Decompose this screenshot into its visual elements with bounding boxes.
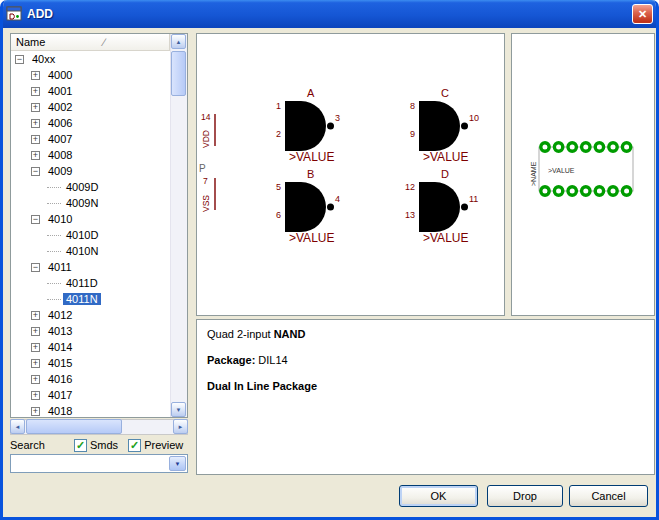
vertical-scroll-thumb[interactable]: [171, 51, 186, 96]
tree-item-label[interactable]: 4001: [45, 85, 75, 97]
expand-toggle-icon[interactable]: +: [31, 135, 40, 144]
expand-toggle-icon[interactable]: +: [31, 343, 40, 352]
package-pad: [554, 143, 562, 151]
drop-button[interactable]: Drop: [487, 485, 563, 507]
horizontal-scroll-thumb[interactable]: [26, 419, 122, 434]
tree-item-label[interactable]: 4000: [45, 69, 75, 81]
tree-item-4017[interactable]: +4017: [11, 387, 170, 403]
tree-item-label[interactable]: 4011: [45, 261, 75, 273]
tree-item-4011[interactable]: −4011: [11, 259, 170, 275]
package-name-label: >NAME: [530, 161, 537, 186]
tree-item-label[interactable]: 4015: [45, 357, 75, 369]
tree-item-label[interactable]: 4010N: [63, 245, 101, 257]
tree-item-4018[interactable]: +4018: [11, 403, 170, 417]
tree-item-label[interactable]: 4011D: [63, 277, 101, 289]
collapse-toggle-icon[interactable]: −: [31, 167, 40, 176]
tree-item-label[interactable]: 4010: [45, 213, 75, 225]
expand-toggle-icon[interactable]: +: [31, 375, 40, 384]
tree-item-label[interactable]: 4008: [45, 149, 75, 161]
combo-dropdown-button[interactable]: ▼: [169, 456, 186, 471]
search-input[interactable]: [13, 457, 167, 470]
search-combobox[interactable]: ▼: [10, 454, 188, 473]
tree-item-4010n[interactable]: 4010N: [11, 243, 170, 259]
smds-checkbox-label[interactable]: Smds: [90, 439, 118, 451]
scroll-right-button[interactable]: ►: [173, 419, 188, 434]
expand-toggle-icon[interactable]: +: [31, 151, 40, 160]
ok-button[interactable]: OK: [399, 485, 478, 507]
tree-vertical-scrollbar[interactable]: ▲ ▼: [170, 34, 187, 417]
expand-toggle-icon[interactable]: +: [31, 391, 40, 400]
tree-item-4009d[interactable]: 4009D: [11, 179, 170, 195]
close-button[interactable]: ✕: [632, 4, 653, 24]
tree-item-4000[interactable]: +4000: [11, 67, 170, 83]
pin-number: 7: [203, 176, 208, 186]
tree-item-4002[interactable]: +4002: [11, 99, 170, 115]
expand-toggle-icon[interactable]: +: [31, 407, 40, 416]
tree-horizontal-scrollbar[interactable]: ◄ ►: [10, 419, 188, 435]
smds-checkbox-group[interactable]: ✓ Smds: [74, 439, 118, 452]
tree-item-label[interactable]: 4010D: [63, 229, 101, 241]
tree-item-label[interactable]: 4009: [45, 165, 75, 177]
scroll-down-button[interactable]: ▼: [171, 402, 186, 417]
tree-item-label[interactable]: 4002: [45, 101, 75, 113]
cancel-button[interactable]: Cancel: [569, 485, 648, 507]
tree-connector: [47, 187, 61, 188]
pin-number: 4: [335, 194, 340, 204]
expand-toggle-icon[interactable]: +: [31, 311, 40, 320]
column-header-name[interactable]: Name ∕: [11, 34, 170, 51]
tree-connector: [47, 235, 61, 236]
tree-item-4015[interactable]: +4015: [11, 355, 170, 371]
tree-item-4011n[interactable]: 4011N: [11, 291, 170, 307]
tree-item-4010d[interactable]: 4010D: [11, 227, 170, 243]
scroll-up-button[interactable]: ▲: [171, 34, 186, 49]
tree-item-label[interactable]: 4016: [45, 373, 75, 385]
tree-item-label[interactable]: 4012: [45, 309, 75, 321]
tree-item-label[interactable]: 4013: [45, 325, 75, 337]
expand-toggle-icon[interactable]: +: [31, 327, 40, 336]
tree-item-4014[interactable]: +4014: [11, 339, 170, 355]
tree-item-label[interactable]: 4009N: [63, 197, 101, 209]
collapse-toggle-icon[interactable]: −: [15, 55, 24, 64]
tree-item-4009n[interactable]: 4009N: [11, 195, 170, 211]
preview-checkbox-group[interactable]: ✓ Preview: [128, 439, 183, 452]
expand-toggle-icon[interactable]: +: [31, 119, 40, 128]
expand-toggle-icon[interactable]: +: [31, 87, 40, 96]
pin-number: 2: [276, 129, 281, 139]
tree-item-4013[interactable]: +4013: [11, 323, 170, 339]
tree-item-4012[interactable]: +4012: [11, 307, 170, 323]
expand-toggle-icon[interactable]: +: [31, 71, 40, 80]
expand-toggle-icon[interactable]: +: [31, 103, 40, 112]
title-bar[interactable]: ADD ✕: [0, 0, 659, 28]
tree-item-label[interactable]: 4017: [45, 389, 75, 401]
collapse-toggle-icon[interactable]: −: [31, 215, 40, 224]
tree-item-label[interactable]: 4006: [45, 117, 75, 129]
tree-item-4009[interactable]: −4009: [11, 163, 170, 179]
tree-item-4016[interactable]: +4016: [11, 371, 170, 387]
chevron-down-icon: ▼: [175, 461, 181, 467]
smds-checkbox[interactable]: ✓: [74, 439, 87, 452]
scroll-left-button[interactable]: ◄: [10, 419, 25, 434]
tree-item-4001[interactable]: +4001: [11, 83, 170, 99]
tree-item-4010[interactable]: −4010: [11, 211, 170, 227]
tree-item-4011d[interactable]: 4011D: [11, 275, 170, 291]
collapse-toggle-icon[interactable]: −: [31, 263, 40, 272]
tree-item-4007[interactable]: +4007: [11, 131, 170, 147]
package-pad: [622, 187, 630, 195]
value-placeholder: >VALUE: [289, 231, 334, 245]
tree-item-4006[interactable]: +4006: [11, 115, 170, 131]
tree-item-label[interactable]: 4011N: [63, 293, 101, 305]
tree-item-label[interactable]: 4018: [45, 405, 75, 417]
preview-checkbox[interactable]: ✓: [128, 439, 141, 452]
pin-number: 14: [201, 112, 211, 122]
tree-item-40xx[interactable]: −40xx: [11, 51, 170, 67]
expand-toggle-icon[interactable]: +: [31, 359, 40, 368]
tree-item-label[interactable]: 40xx: [29, 53, 58, 65]
tree-item-label[interactable]: 4009D: [63, 181, 101, 193]
preview-checkbox-label[interactable]: Preview: [144, 439, 183, 451]
tree-item-label[interactable]: 4007: [45, 133, 75, 145]
tree-item-label[interactable]: 4014: [45, 341, 75, 353]
tree-connector: [47, 251, 61, 252]
scroll-down-icon: ▼: [176, 407, 182, 413]
value-placeholder: >VALUE: [289, 150, 334, 164]
tree-item-4008[interactable]: +4008: [11, 147, 170, 163]
